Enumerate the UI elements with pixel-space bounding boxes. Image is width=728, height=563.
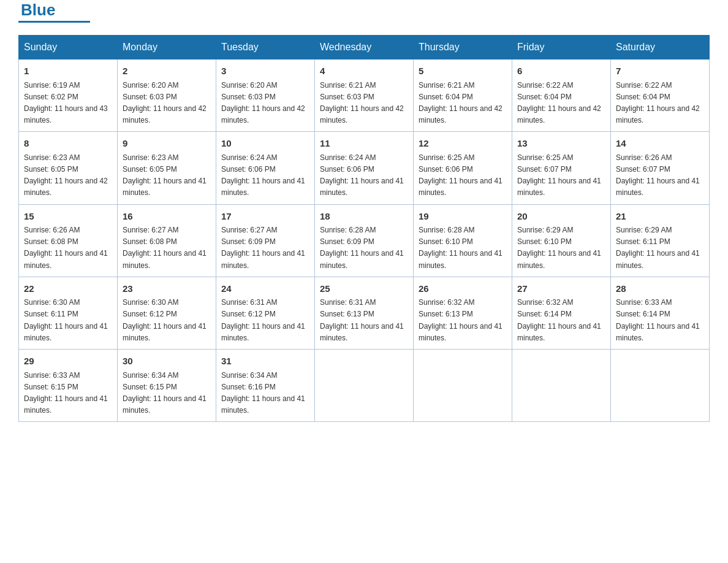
day-number: 6 — [517, 64, 605, 79]
day-info: Sunrise: 6:20 AMSunset: 6:03 PMDaylight:… — [221, 81, 305, 125]
calendar-header-row: SundayMondayTuesdayWednesdayThursdayFrid… — [19, 36, 710, 59]
logo-underline — [18, 21, 90, 23]
day-number: 8 — [24, 137, 112, 151]
day-number: 20 — [517, 210, 605, 224]
day-info: Sunrise: 6:26 AMSunset: 6:07 PMDaylight:… — [616, 153, 700, 197]
calendar-cell: 7 Sunrise: 6:22 AMSunset: 6:04 PMDayligh… — [611, 59, 710, 132]
day-number: 19 — [419, 210, 507, 224]
day-info: Sunrise: 6:25 AMSunset: 6:06 PMDaylight:… — [419, 153, 502, 197]
day-info: Sunrise: 6:23 AMSunset: 6:05 PMDaylight:… — [123, 153, 207, 197]
calendar-cell: 14 Sunrise: 6:26 AMSunset: 6:07 PMDaylig… — [611, 132, 710, 204]
day-number: 25 — [320, 282, 408, 296]
calendar-cell: 31 Sunrise: 6:34 AMSunset: 6:16 PMDaylig… — [216, 350, 315, 422]
header-monday: Monday — [118, 36, 216, 59]
calendar-cell — [414, 350, 512, 422]
calendar-week-row: 1 Sunrise: 6:19 AMSunset: 6:02 PMDayligh… — [19, 59, 710, 132]
logo-blue-text: Blue — [21, 1, 55, 20]
calendar-cell: 19 Sunrise: 6:28 AMSunset: 6:10 PMDaylig… — [414, 204, 512, 277]
calendar-cell: 28 Sunrise: 6:33 AMSunset: 6:14 PMDaylig… — [611, 277, 710, 349]
day-info: Sunrise: 6:28 AMSunset: 6:10 PMDaylight:… — [419, 226, 502, 270]
day-info: Sunrise: 6:19 AMSunset: 6:02 PMDaylight:… — [24, 81, 108, 125]
header-wednesday: Wednesday — [315, 36, 414, 59]
day-info: Sunrise: 6:24 AMSunset: 6:06 PMDaylight:… — [320, 153, 404, 197]
day-info: Sunrise: 6:34 AMSunset: 6:16 PMDaylight:… — [221, 371, 305, 415]
calendar-cell: 9 Sunrise: 6:23 AMSunset: 6:05 PMDayligh… — [118, 132, 216, 204]
day-number: 31 — [221, 354, 309, 369]
calendar-week-row: 8 Sunrise: 6:23 AMSunset: 6:05 PMDayligh… — [19, 132, 710, 204]
day-info: Sunrise: 6:27 AMSunset: 6:09 PMDaylight:… — [221, 226, 305, 270]
calendar-cell: 10 Sunrise: 6:24 AMSunset: 6:06 PMDaylig… — [216, 132, 315, 204]
day-number: 12 — [419, 137, 507, 151]
day-number: 1 — [24, 64, 112, 79]
header-thursday: Thursday — [414, 36, 512, 59]
calendar-cell: 16 Sunrise: 6:27 AMSunset: 6:08 PMDaylig… — [118, 204, 216, 277]
calendar-cell: 2 Sunrise: 6:20 AMSunset: 6:03 PMDayligh… — [118, 59, 216, 132]
day-info: Sunrise: 6:30 AMSunset: 6:12 PMDaylight:… — [123, 298, 207, 342]
day-number: 5 — [419, 64, 507, 79]
day-number: 26 — [419, 282, 507, 296]
calendar-cell: 6 Sunrise: 6:22 AMSunset: 6:04 PMDayligh… — [512, 59, 611, 132]
day-info: Sunrise: 6:24 AMSunset: 6:06 PMDaylight:… — [221, 153, 305, 197]
day-info: Sunrise: 6:29 AMSunset: 6:11 PMDaylight:… — [616, 226, 700, 270]
day-number: 10 — [221, 137, 309, 151]
day-number: 9 — [123, 137, 211, 151]
calendar-cell: 12 Sunrise: 6:25 AMSunset: 6:06 PMDaylig… — [414, 132, 512, 204]
day-info: Sunrise: 6:25 AMSunset: 6:07 PMDaylight:… — [517, 153, 601, 197]
calendar-cell: 20 Sunrise: 6:29 AMSunset: 6:10 PMDaylig… — [512, 204, 611, 277]
calendar-cell: 27 Sunrise: 6:32 AMSunset: 6:14 PMDaylig… — [512, 277, 611, 349]
day-info: Sunrise: 6:32 AMSunset: 6:14 PMDaylight:… — [517, 298, 601, 342]
day-info: Sunrise: 6:27 AMSunset: 6:08 PMDaylight:… — [123, 226, 207, 270]
calendar-cell: 15 Sunrise: 6:26 AMSunset: 6:08 PMDaylig… — [19, 204, 118, 277]
day-number: 15 — [24, 210, 112, 224]
day-info: Sunrise: 6:32 AMSunset: 6:13 PMDaylight:… — [419, 298, 502, 342]
day-info: Sunrise: 6:26 AMSunset: 6:08 PMDaylight:… — [24, 226, 108, 270]
calendar-week-row: 29 Sunrise: 6:33 AMSunset: 6:15 PMDaylig… — [19, 350, 710, 422]
calendar-cell: 25 Sunrise: 6:31 AMSunset: 6:13 PMDaylig… — [315, 277, 414, 349]
day-info: Sunrise: 6:31 AMSunset: 6:12 PMDaylight:… — [221, 298, 305, 342]
calendar-cell: 4 Sunrise: 6:21 AMSunset: 6:03 PMDayligh… — [315, 59, 414, 132]
calendar-cell: 29 Sunrise: 6:33 AMSunset: 6:15 PMDaylig… — [19, 350, 118, 422]
calendar-cell: 21 Sunrise: 6:29 AMSunset: 6:11 PMDaylig… — [611, 204, 710, 277]
day-number: 16 — [123, 210, 211, 224]
day-info: Sunrise: 6:33 AMSunset: 6:15 PMDaylight:… — [24, 371, 108, 415]
page-header: General General Blue — [18, 12, 710, 23]
calendar-cell — [315, 350, 414, 422]
day-number: 27 — [517, 282, 605, 296]
day-number: 4 — [320, 64, 408, 79]
header-saturday: Saturday — [611, 36, 710, 59]
day-number: 11 — [320, 137, 408, 151]
day-number: 14 — [616, 137, 704, 151]
calendar-cell: 23 Sunrise: 6:30 AMSunset: 6:12 PMDaylig… — [118, 277, 216, 349]
calendar-cell: 17 Sunrise: 6:27 AMSunset: 6:09 PMDaylig… — [216, 204, 315, 277]
day-info: Sunrise: 6:31 AMSunset: 6:13 PMDaylight:… — [320, 298, 404, 342]
day-info: Sunrise: 6:22 AMSunset: 6:04 PMDaylight:… — [517, 81, 601, 125]
header-sunday: Sunday — [19, 36, 118, 59]
day-number: 24 — [221, 282, 309, 296]
calendar-cell: 30 Sunrise: 6:34 AMSunset: 6:15 PMDaylig… — [118, 350, 216, 422]
calendar-cell: 22 Sunrise: 6:30 AMSunset: 6:11 PMDaylig… — [19, 277, 118, 349]
day-info: Sunrise: 6:30 AMSunset: 6:11 PMDaylight:… — [24, 298, 108, 342]
day-info: Sunrise: 6:33 AMSunset: 6:14 PMDaylight:… — [616, 298, 700, 342]
calendar-cell: 26 Sunrise: 6:32 AMSunset: 6:13 PMDaylig… — [414, 277, 512, 349]
day-number: 23 — [123, 282, 211, 296]
day-info: Sunrise: 6:29 AMSunset: 6:10 PMDaylight:… — [517, 226, 601, 270]
calendar-cell: 13 Sunrise: 6:25 AMSunset: 6:07 PMDaylig… — [512, 132, 611, 204]
day-number: 13 — [517, 137, 605, 151]
calendar-cell: 1 Sunrise: 6:19 AMSunset: 6:02 PMDayligh… — [19, 59, 118, 132]
calendar-cell: 11 Sunrise: 6:24 AMSunset: 6:06 PMDaylig… — [315, 132, 414, 204]
calendar-week-row: 15 Sunrise: 6:26 AMSunset: 6:08 PMDaylig… — [19, 204, 710, 277]
day-info: Sunrise: 6:22 AMSunset: 6:04 PMDaylight:… — [616, 81, 700, 125]
calendar-table: SundayMondayTuesdayWednesdayThursdayFrid… — [18, 35, 710, 422]
day-number: 30 — [123, 354, 211, 369]
day-number: 3 — [221, 64, 309, 79]
day-number: 18 — [320, 210, 408, 224]
calendar-cell: 18 Sunrise: 6:28 AMSunset: 6:09 PMDaylig… — [315, 204, 414, 277]
day-number: 17 — [221, 210, 309, 224]
day-info: Sunrise: 6:23 AMSunset: 6:05 PMDaylight:… — [24, 153, 108, 197]
calendar-cell: 5 Sunrise: 6:21 AMSunset: 6:04 PMDayligh… — [414, 59, 512, 132]
calendar-week-row: 22 Sunrise: 6:30 AMSunset: 6:11 PMDaylig… — [19, 277, 710, 349]
day-number: 29 — [24, 354, 112, 369]
calendar-cell: 3 Sunrise: 6:20 AMSunset: 6:03 PMDayligh… — [216, 59, 315, 132]
calendar-cell — [512, 350, 611, 422]
day-info: Sunrise: 6:21 AMSunset: 6:04 PMDaylight:… — [419, 81, 502, 125]
